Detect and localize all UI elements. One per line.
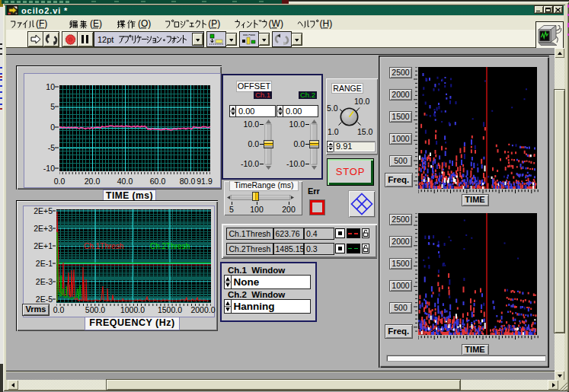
svg-text:12pt: 12pt: [97, 35, 113, 44]
